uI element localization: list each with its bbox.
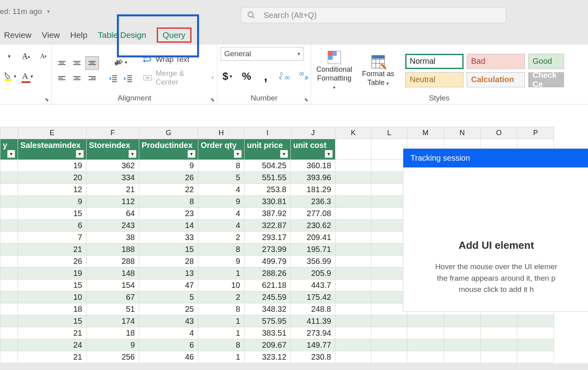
cell[interactable]: 1 <box>198 351 245 363</box>
cell[interactable] <box>335 351 371 363</box>
align-bottom-icon[interactable] <box>85 56 99 70</box>
align-top-icon[interactable] <box>55 56 69 70</box>
cell[interactable]: 499.79 <box>245 256 291 268</box>
increase-font-icon[interactable]: A▴ <box>19 49 33 63</box>
cell[interactable] <box>444 315 481 327</box>
cell[interactable]: 67 <box>87 291 139 303</box>
cell[interactable] <box>371 184 407 196</box>
col-header-f[interactable]: F <box>87 127 139 139</box>
cell[interactable] <box>371 268 407 279</box>
cell[interactable] <box>335 232 371 244</box>
cell[interactable] <box>371 303 407 315</box>
cell[interactable] <box>0 172 18 184</box>
cell[interactable]: 7 <box>18 232 87 244</box>
cell[interactable]: 9 <box>198 196 245 208</box>
cell[interactable] <box>335 256 371 268</box>
cell[interactable] <box>371 291 407 303</box>
table-row[interactable]: 24968209.67149.77 <box>0 339 554 351</box>
cell[interactable]: 18 <box>18 303 87 315</box>
col-header-i[interactable]: I <box>245 127 291 139</box>
cell[interactable] <box>371 327 407 339</box>
cell[interactable]: 19 <box>18 268 87 279</box>
cell[interactable] <box>444 339 481 351</box>
cell[interactable]: 15 <box>139 244 198 256</box>
cell[interactable] <box>517 351 554 363</box>
style-good[interactable]: Good <box>528 54 564 69</box>
table-header-store[interactable]: Storeindex <box>87 139 139 160</box>
cell[interactable] <box>335 268 371 279</box>
cell[interactable]: 551.55 <box>245 172 291 184</box>
cell[interactable]: 21 <box>87 184 139 196</box>
percent-format-button[interactable]: % <box>240 69 253 83</box>
cell[interactable]: 23 <box>139 208 198 220</box>
cell[interactable] <box>371 208 407 220</box>
cell[interactable]: 9 <box>139 160 198 172</box>
cell[interactable]: 387.92 <box>245 208 291 220</box>
cell[interactable]: 21 <box>18 351 87 363</box>
cell[interactable]: 575.95 <box>245 315 291 327</box>
cell[interactable] <box>335 172 371 184</box>
cell[interactable] <box>0 256 18 268</box>
cell[interactable]: 46 <box>139 351 198 363</box>
cell[interactable]: 5 <box>198 172 245 184</box>
tab-table-design[interactable]: Table Design <box>98 30 146 40</box>
cell[interactable] <box>335 279 371 291</box>
style-neutral[interactable]: Neutral <box>405 72 464 87</box>
cell[interactable]: 26 <box>18 256 87 268</box>
cell[interactable]: 1 <box>198 268 245 279</box>
cell[interactable]: 245.59 <box>245 291 291 303</box>
cell[interactable] <box>371 220 407 232</box>
cell[interactable]: 6 <box>139 339 198 351</box>
cell[interactable]: 10 <box>198 279 245 291</box>
cell[interactable]: 256 <box>87 351 139 363</box>
cell[interactable]: 4 <box>198 220 245 232</box>
cell[interactable] <box>371 315 407 327</box>
cell[interactable]: 4 <box>198 208 245 220</box>
cell[interactable] <box>371 196 407 208</box>
cell[interactable]: 51 <box>87 303 139 315</box>
cell[interactable]: 209.41 <box>291 232 335 244</box>
cell[interactable]: 195.71 <box>291 244 335 256</box>
cell[interactable] <box>335 291 371 303</box>
table-header-unit-cost[interactable]: unit cost <box>291 139 335 160</box>
tab-help[interactable]: Help <box>70 30 87 40</box>
cell[interactable]: 334 <box>87 172 139 184</box>
cell[interactable]: 47 <box>139 279 198 291</box>
cell[interactable] <box>335 208 371 220</box>
format-as-table-button[interactable]: Format as Table ▾ <box>358 54 398 87</box>
cell[interactable] <box>0 351 18 363</box>
font-dialog-launcher[interactable]: ⬊ <box>43 96 50 102</box>
fill-color-button[interactable]: ▾ <box>3 69 17 83</box>
tab-view[interactable]: View <box>42 30 60 40</box>
cell[interactable]: 28 <box>139 256 198 268</box>
cell[interactable]: 13 <box>139 268 198 279</box>
cell[interactable]: 181.29 <box>291 184 335 196</box>
col-header-j[interactable]: J <box>291 127 335 139</box>
table-row[interactable]: 211841383.51273.94 <box>0 327 554 339</box>
cell[interactable] <box>407 339 444 351</box>
cell[interactable]: 1 <box>198 315 245 327</box>
cell[interactable] <box>335 339 371 351</box>
cell[interactable] <box>0 303 18 315</box>
cell[interactable]: 15 <box>18 279 87 291</box>
cell[interactable]: 9 <box>87 339 139 351</box>
cell[interactable] <box>371 172 407 184</box>
cell[interactable]: 443.7 <box>291 279 335 291</box>
cell[interactable]: 188 <box>87 244 139 256</box>
filter-icon[interactable] <box>280 150 288 158</box>
cell[interactable]: 277.08 <box>291 208 335 220</box>
col-header-l[interactable]: L <box>371 127 407 139</box>
cell[interactable]: 323.12 <box>245 351 291 363</box>
cell[interactable]: 330.81 <box>245 196 291 208</box>
cell[interactable]: 21 <box>18 327 87 339</box>
cell[interactable]: 4 <box>198 184 245 196</box>
increase-decimal-button[interactable]: .0.00 <box>278 69 292 83</box>
cell[interactable]: 411.39 <box>291 315 335 327</box>
table-header-product[interactable]: Productindex <box>139 139 198 160</box>
cell[interactable] <box>0 232 18 244</box>
cell[interactable]: 2 <box>198 232 245 244</box>
tab-review[interactable]: Review <box>4 30 32 40</box>
orientation-icon[interactable]: ab ▾ <box>106 56 135 69</box>
wrap-text-button[interactable]: ab Wrap Text <box>143 55 214 64</box>
style-check-cell[interactable]: Check Ce <box>528 72 564 87</box>
